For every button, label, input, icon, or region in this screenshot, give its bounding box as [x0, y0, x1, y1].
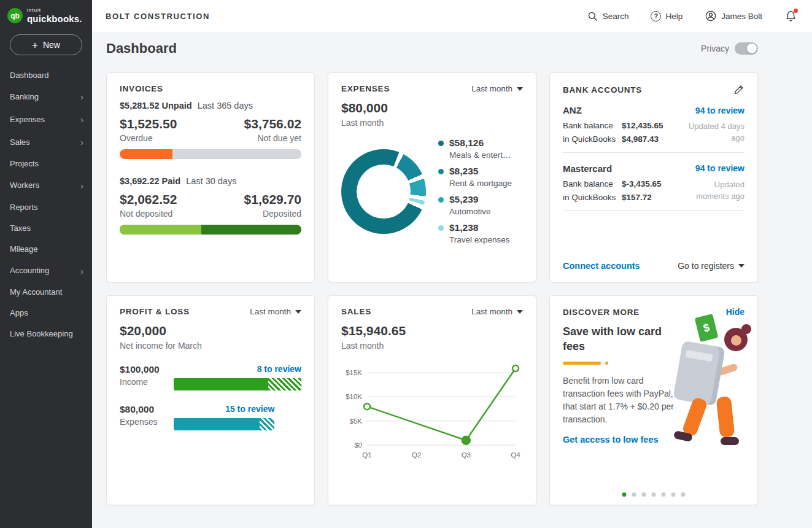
- help-button[interactable]: Help: [651, 11, 682, 21]
- income-label: Income: [120, 377, 174, 387]
- notifications-button[interactable]: [784, 10, 797, 23]
- quickbooks-app: qb intuit quickbooks. New Dashboard Bank…: [0, 0, 812, 528]
- privacy-toggle[interactable]: [735, 42, 758, 55]
- account-updated: Updated moments ago: [685, 179, 744, 203]
- promo-cta-link[interactable]: Get access to low fees: [563, 435, 659, 445]
- sidebar-item-taxes[interactable]: Taxes: [0, 218, 92, 239]
- quickbooks-logo[interactable]: qb intuit quickbooks.: [0, 0, 92, 29]
- new-button[interactable]: New: [10, 34, 82, 55]
- legend-item[interactable]: $1,238Travel expenses: [438, 222, 523, 245]
- sidebar-item-mileage[interactable]: Mileage: [0, 239, 92, 260]
- expenses-period-label: Last month: [471, 84, 512, 93]
- expenses-review-link[interactable]: 15 to review: [174, 404, 274, 414]
- paid-progress-bar[interactable]: [120, 225, 301, 235]
- carousel-dots: [622, 492, 686, 497]
- bank-balance-label: Bank balance: [563, 179, 617, 189]
- sidebar-item-dashboard[interactable]: Dashboard: [0, 65, 92, 86]
- user-menu[interactable]: James Bolt: [705, 10, 762, 22]
- chevron-down-icon: [295, 310, 301, 314]
- legend-label: Rent & mortgage: [449, 179, 512, 188]
- net-income-subtitle: Net income for March: [120, 341, 301, 351]
- carousel-dot[interactable]: [662, 492, 666, 497]
- legend-item[interactable]: $5,239Automotive: [438, 194, 523, 217]
- expenses-card: EXPENSES Last month $80,000 Last month: [328, 72, 536, 282]
- sales-card-title: SALES: [341, 307, 371, 316]
- unpaid-progress-bar[interactable]: [120, 149, 301, 159]
- go-to-registers-dropdown[interactable]: Go to registers: [678, 261, 744, 271]
- sidebar-item-reports[interactable]: Reports: [0, 197, 92, 218]
- expenses-period-dropdown[interactable]: Last month: [471, 84, 523, 93]
- carousel-dot[interactable]: [632, 492, 636, 497]
- sidebar-item-live-bookkeeping[interactable]: Live Bookkeeping: [0, 324, 92, 345]
- sidebar-item-apps[interactable]: Apps: [0, 303, 92, 324]
- top-bar: BOLT CONSTRUCTION Search Help James Bolt: [92, 0, 812, 32]
- sidebar-item-accounting[interactable]: Accounting: [0, 260, 92, 282]
- chevron-right-icon: [80, 180, 83, 192]
- sidebar-item-banking[interactable]: Banking: [0, 86, 92, 109]
- svg-text:Q2: Q2: [412, 451, 421, 459]
- expenses-total: $80,000: [341, 101, 523, 115]
- carousel-dot[interactable]: [622, 492, 627, 497]
- carousel-dot[interactable]: [642, 492, 646, 497]
- carousel-dot[interactable]: [681, 492, 686, 497]
- income-review-link[interactable]: 8 to review: [174, 364, 301, 374]
- help-icon: [651, 11, 661, 21]
- company-name: BOLT CONSTRUCTION: [106, 12, 210, 21]
- invoices-card-title: INVOICES: [120, 84, 163, 93]
- sidebar-item-my-accountant[interactable]: My Accountant: [0, 282, 92, 303]
- expenses-label: Expenses: [120, 417, 174, 427]
- promo-heading: Save with low card fees: [563, 324, 670, 354]
- dollar-tag-icon: [695, 314, 719, 342]
- leg-graphic: [681, 397, 708, 437]
- connect-accounts-link[interactable]: Connect accounts: [563, 261, 640, 271]
- notification-badge: [794, 9, 798, 13]
- sidebar-item-label: Projects: [10, 159, 39, 169]
- unpaid-bar-fill: [120, 149, 172, 159]
- not-due-label: Not due yet: [257, 133, 301, 143]
- account-review-link[interactable]: 94 to review: [695, 163, 744, 173]
- sidebar-item-label: Sales: [10, 138, 30, 148]
- svg-text:$10K: $10K: [346, 393, 362, 400]
- arm-graphic: [716, 363, 738, 376]
- svg-text:$5K: $5K: [350, 417, 363, 425]
- sidebar-item-label: Dashboard: [10, 71, 49, 81]
- sidebar-item-expenses[interactable]: Expenses: [0, 109, 92, 131]
- sales-period-dropdown[interactable]: Last month: [471, 307, 523, 316]
- overdue-label: Overdue: [120, 133, 153, 143]
- shoe-graphic: [673, 430, 693, 442]
- page-title: Dashboard: [106, 41, 177, 56]
- sidebar-item-label: Reports: [10, 203, 38, 213]
- expenses-bar[interactable]: [174, 418, 274, 430]
- sidebar-item-label: Mileage: [10, 244, 38, 255]
- in-quickbooks-label: in QuickBooks: [563, 134, 617, 144]
- expenses-amount: $80,000: [120, 404, 174, 415]
- account-details: Bank balance $12,435.65 Updated 4 days a…: [563, 121, 744, 144]
- sidebar-item-label: Live Bookkeeping: [10, 329, 73, 340]
- legend-item[interactable]: $58,126Meals & entert…: [438, 138, 523, 160]
- search-button[interactable]: Search: [587, 10, 629, 22]
- income-bar[interactable]: [174, 378, 301, 390]
- user-icon: [705, 10, 717, 22]
- shoe-graphic: [721, 437, 739, 445]
- sidebar-item-sales[interactable]: Sales: [0, 131, 92, 154]
- not-due-amount: $3,756.02: [244, 117, 301, 131]
- sidebar-item-workers[interactable]: Workers: [0, 174, 92, 197]
- carousel-dot[interactable]: [671, 492, 676, 497]
- legend-bullet-icon: [438, 225, 444, 231]
- not-deposited-label: Not deposited: [120, 209, 172, 219]
- face-graphic: [731, 335, 741, 346]
- paid-period: Last 30 days: [186, 176, 236, 186]
- expenses-bar-hatched: [260, 418, 275, 430]
- carousel-dot[interactable]: [652, 492, 656, 497]
- expenses-legend: $58,126Meals & entert… $8,235Rent & mort…: [438, 138, 523, 246]
- account-review-link[interactable]: 94 to review: [695, 106, 744, 115]
- income-bar-hatched: [268, 378, 301, 390]
- profit-loss-period-dropdown[interactable]: Last month: [250, 307, 301, 316]
- legend-item[interactable]: $8,235Rent & mortgage: [438, 166, 523, 188]
- credit-card-graphic: [673, 341, 725, 406]
- sales-subtitle: Last month: [341, 341, 523, 351]
- pencil-icon[interactable]: [733, 84, 744, 95]
- sidebar-item-projects[interactable]: Projects: [0, 154, 92, 175]
- sidebar-item-label: Accounting: [10, 266, 49, 276]
- hide-link[interactable]: Hide: [726, 307, 744, 317]
